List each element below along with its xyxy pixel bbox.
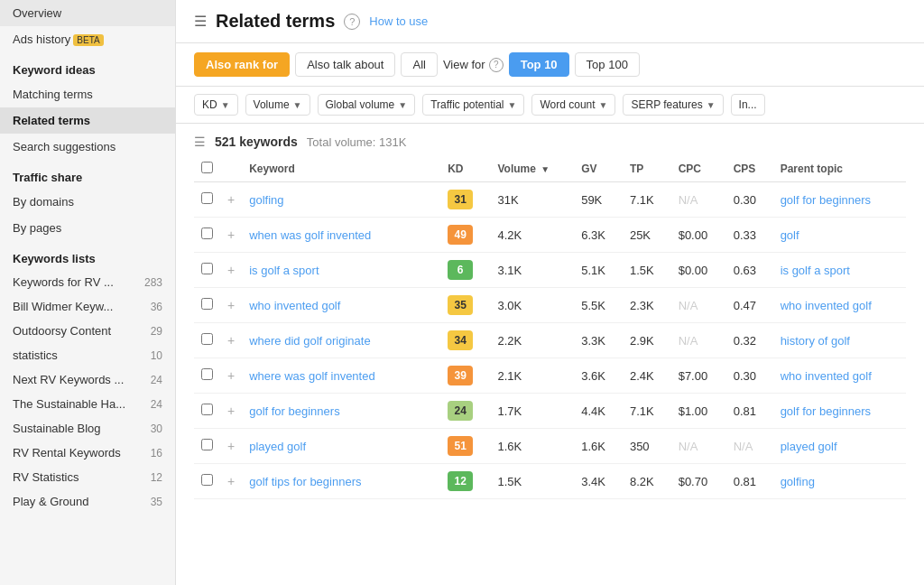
sidebar-list-item[interactable]: The Sustainable Ha...24 [0, 392, 175, 416]
sidebar-item-search-suggestions[interactable]: Search suggestions [0, 134, 175, 160]
sidebar-list-item[interactable]: statistics10 [0, 343, 175, 367]
keyword-link[interactable]: golf for beginners [249, 404, 339, 418]
keyword-link[interactable]: when was golf invented [249, 228, 371, 242]
sidebar-item-overview[interactable]: Overview [0, 0, 175, 26]
tp-cell: 2.4K [623, 358, 671, 394]
sidebar-list-item[interactable]: Keywords for RV ...283 [0, 270, 175, 294]
parent-topic-link[interactable]: golfing [781, 475, 815, 488]
sidebar-list-item[interactable]: Next RV Keywords ...24 [0, 367, 175, 392]
col-filter-volume[interactable]: Volume▼ [245, 94, 310, 116]
keyword-cell: where did golf originate [242, 323, 440, 358]
tab-also-talk-about[interactable]: Also talk about [295, 52, 395, 77]
keyword-link[interactable]: golf tips for beginners [249, 475, 361, 488]
gv-cell: 1.6K [574, 429, 623, 464]
keyword-link[interactable]: played golf [249, 440, 306, 453]
sidebar: Overview Ads historyBETA Keyword ideas M… [0, 0, 176, 585]
col-header-gv[interactable]: GV [574, 156, 623, 182]
row-checkbox[interactable] [201, 439, 213, 450]
add-keyword-btn[interactable]: + [220, 358, 242, 394]
kd-badge: 24 [448, 401, 473, 421]
col-header-tp[interactable]: TP [623, 156, 671, 182]
col-header-cps[interactable]: CPS [726, 156, 773, 182]
tab-also-rank-for[interactable]: Also rank for [194, 52, 290, 77]
parent-topic-link[interactable]: is golf a sport [781, 264, 850, 277]
cpc-cell: N/A [671, 429, 726, 464]
kd-badge: 31 [448, 190, 473, 209]
col-filter-word-count[interactable]: Word count▼ [531, 94, 615, 116]
sidebar-item-matching-terms[interactable]: Matching terms [0, 81, 175, 107]
sidebar-item-by-domains[interactable]: By domains [0, 189, 175, 215]
row-checkbox[interactable] [201, 192, 213, 204]
sidebar-list-item[interactable]: RV Statistics12 [0, 465, 175, 489]
row-checkbox[interactable] [201, 298, 213, 310]
tp-cell: 350 [623, 429, 671, 464]
col-filter-kd[interactable]: KD▼ [194, 94, 238, 116]
sidebar-list-item[interactable]: RV Rental Keywords16 [0, 441, 175, 465]
keyword-link[interactable]: where did golf originate [249, 334, 370, 348]
ads-history-badge: BETA [73, 34, 103, 46]
keyword-link[interactable]: is golf a sport [249, 264, 319, 277]
parent-topic-link[interactable]: played golf [781, 440, 837, 453]
row-checkbox[interactable] [201, 263, 213, 274]
keyword-link[interactable]: who invented golf [249, 299, 340, 312]
parent-topic-link[interactable]: golf for beginners [781, 193, 871, 207]
parent-topic-link[interactable]: golf for beginners [781, 404, 871, 418]
sidebar-item-ads-history[interactable]: Ads historyBETA [0, 26, 175, 52]
add-keyword-btn[interactable]: + [220, 323, 242, 358]
row-checkbox[interactable] [201, 228, 213, 239]
tab-top-10[interactable]: Top 10 [509, 52, 569, 77]
add-keyword-btn[interactable]: + [220, 429, 242, 464]
sidebar-list-item[interactable]: Outdoorsy Content29 [0, 319, 175, 343]
parent-topic-link[interactable]: who invented golf [781, 299, 872, 312]
row-checkbox-cell [194, 323, 220, 358]
add-keyword-btn[interactable]: + [220, 253, 242, 288]
row-checkbox[interactable] [201, 333, 213, 345]
gv-cell: 4.4K [574, 394, 623, 429]
table-row: + where did golf originate 34 2.2K 3.3K … [194, 323, 906, 358]
col-filter-traffic-potential[interactable]: Traffic potential▼ [422, 94, 524, 116]
col-filter-in...[interactable]: In... [731, 94, 765, 116]
sidebar-list-item[interactable]: Sustainable Blog30 [0, 416, 175, 441]
col-filter-global-volume[interactable]: Global volume▼ [318, 94, 416, 116]
table-row: + golf tips for beginners 12 1.5K 3.4K 8… [194, 464, 906, 499]
col-header-parent-topic[interactable]: Parent topic [773, 156, 906, 182]
row-checkbox[interactable] [201, 368, 213, 380]
sidebar-item-by-pages[interactable]: By pages [0, 215, 175, 241]
view-for-help-icon[interactable]: ? [489, 58, 504, 72]
help-icon[interactable]: ? [344, 14, 360, 30]
col-header-kd[interactable]: KD [440, 156, 490, 182]
hamburger-icon[interactable]: ☰ [194, 13, 207, 30]
sidebar-list-item[interactable]: Bill Widmer Keyw...36 [0, 294, 175, 319]
parent-topic-link[interactable]: golf [781, 228, 799, 242]
how-to-use-link[interactable]: How to use [369, 14, 428, 28]
select-all-checkbox[interactable] [201, 162, 213, 173]
keyword-count: 521 keywords [215, 135, 298, 149]
keyword-link[interactable]: where was golf invented [249, 369, 374, 383]
add-keyword-btn[interactable]: + [220, 218, 242, 253]
keyword-cell: golf tips for beginners [242, 464, 440, 499]
row-checkbox[interactable] [201, 404, 213, 415]
keyword-cell: golfing [242, 182, 440, 218]
keyword-cell: where was golf invented [242, 358, 440, 394]
row-checkbox[interactable] [201, 474, 213, 486]
add-keyword-btn[interactable]: + [220, 182, 242, 218]
sidebar-list-item[interactable]: Play & Ground35 [0, 489, 175, 514]
col-filter-serp-features[interactable]: SERP features▼ [623, 94, 723, 116]
sidebar-item-related-terms[interactable]: Related terms [0, 107, 175, 134]
kd-badge: 12 [448, 471, 473, 491]
cps-cell: 0.81 [726, 394, 773, 429]
tab-top-100[interactable]: Top 100 [575, 52, 640, 77]
tp-cell: 25K [623, 218, 671, 253]
parent-topic-link[interactable]: history of golf [781, 334, 850, 348]
col-filter-row: KD▼Volume▼Global volume▼Traffic potentia… [176, 87, 924, 124]
tab-all[interactable]: All [401, 52, 437, 77]
add-keyword-btn[interactable]: + [220, 464, 242, 499]
keyword-count-icon[interactable]: ☰ [194, 135, 206, 149]
col-header-volume[interactable]: Volume ▼ [491, 156, 575, 182]
parent-topic-link[interactable]: who invented golf [781, 369, 872, 383]
add-keyword-btn[interactable]: + [220, 394, 242, 429]
keyword-link[interactable]: golfing [249, 193, 283, 207]
col-header-keyword[interactable]: Keyword [242, 156, 440, 182]
col-header-cpc[interactable]: CPC [671, 156, 726, 182]
add-keyword-btn[interactable]: + [220, 288, 242, 323]
